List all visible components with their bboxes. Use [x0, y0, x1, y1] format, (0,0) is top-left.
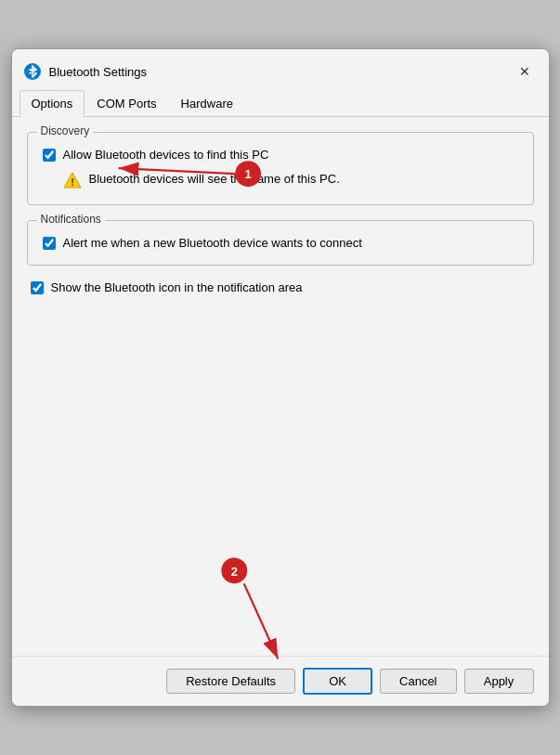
show-bluetooth-icon-label: Show the Bluetooth icon in the notificat… [51, 280, 303, 294]
ok-button[interactable]: OK [303, 668, 372, 695]
notifications-section: Notifications Alert me when a new Blueto… [27, 220, 534, 266]
bluetooth-icon [23, 62, 42, 81]
footer: Restore Defaults OK Cancel Apply [12, 656, 549, 706]
tab-options[interactable]: Options [20, 90, 85, 117]
bluetooth-settings-dialog: Bluetooth Settings ✕ Options COM Ports H… [11, 48, 550, 707]
close-button[interactable]: ✕ [512, 59, 538, 85]
tab-hardware[interactable]: Hardware [169, 90, 245, 117]
notifications-label: Notifications [37, 213, 105, 226]
warning-row: ! Bluetooth devices will see the name of… [63, 171, 518, 189]
show-icon-row: Show the Bluetooth icon in the notificat… [31, 280, 534, 294]
allow-discovery-label: Allow Bluetooth devices to find this PC [63, 148, 269, 162]
show-bluetooth-icon-checkbox[interactable] [31, 281, 44, 294]
warning-icon: ! [63, 171, 82, 189]
tab-bar: Options COM Ports Hardware [12, 90, 549, 117]
discovery-section: Discovery Allow Bluetooth devices to fin… [27, 132, 534, 205]
title-bar: Bluetooth Settings ✕ [12, 49, 549, 90]
notifications-checkbox-row: Alert me when a new Bluetooth device wan… [43, 236, 518, 250]
warning-text: Bluetooth devices will see the name of t… [89, 171, 340, 188]
tab-content: Discovery Allow Bluetooth devices to fin… [12, 117, 549, 656]
apply-button[interactable]: Apply [464, 669, 534, 694]
alert-new-device-label: Alert me when a new Bluetooth device wan… [63, 236, 362, 250]
restore-defaults-button[interactable]: Restore Defaults [166, 669, 295, 694]
allow-discovery-checkbox[interactable] [43, 149, 56, 162]
svg-text:!: ! [71, 176, 74, 188]
discovery-checkbox-row: Allow Bluetooth devices to find this PC [43, 148, 518, 162]
tab-com-ports[interactable]: COM Ports [85, 90, 168, 117]
discovery-label: Discovery [37, 124, 94, 137]
dialog-title: Bluetooth Settings [49, 65, 512, 79]
alert-new-device-checkbox[interactable] [43, 237, 56, 250]
cancel-button[interactable]: Cancel [380, 669, 456, 694]
